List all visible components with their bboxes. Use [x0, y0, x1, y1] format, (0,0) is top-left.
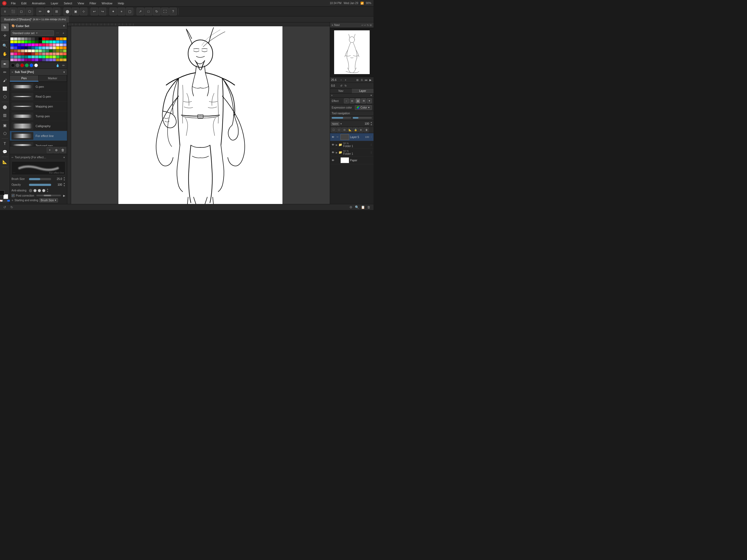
brush-item-real-g-pen[interactable]: Real G-pen: [10, 92, 67, 101]
color-swatch-64[interactable]: [10, 50, 14, 52]
menu-filter[interactable]: Filter: [88, 1, 97, 5]
color-swatch-89[interactable]: [42, 52, 45, 55]
color-swatch-95[interactable]: [63, 52, 67, 55]
aa-none[interactable]: [29, 189, 32, 192]
color-swatch-84[interactable]: [25, 52, 28, 55]
color-swatch-56[interactable]: [38, 47, 42, 49]
nav-ctrl-4[interactable]: ⊞: [370, 24, 372, 27]
color-swatch-104[interactable]: [38, 55, 42, 58]
color-swatch-93[interactable]: [56, 52, 59, 55]
select-btn[interactable]: ⬣: [45, 8, 52, 15]
color-swatch-114[interactable]: [18, 58, 21, 61]
color-swatch-20[interactable]: [25, 41, 28, 43]
color-swatch-11[interactable]: [49, 37, 52, 40]
color-swatch-50[interactable]: [18, 47, 21, 49]
status-right-1[interactable]: ⚙: [349, 205, 353, 210]
color-swatch-120[interactable]: [38, 58, 42, 61]
color-swatch-121[interactable]: [42, 58, 45, 61]
color-swatch-42[interactable]: [46, 44, 49, 46]
layer-item-5[interactable]: 👁 ✏ Layer 5 100 ⋮: [330, 133, 374, 141]
menu-view[interactable]: View: [77, 1, 85, 5]
expression-color-btn[interactable]: Color ▼: [355, 105, 372, 110]
color-swatch-126[interactable]: [60, 58, 63, 61]
folder-2-options[interactable]: ⋮: [370, 151, 372, 154]
color-swatch-17[interactable]: [14, 41, 17, 43]
folder-2-visibility[interactable]: 👁: [331, 151, 335, 154]
color-swatch-47[interactable]: [63, 44, 67, 46]
color-swatch-16[interactable]: [10, 41, 14, 43]
add-mask-btn[interactable]: ⊟: [342, 127, 347, 132]
color-swatch-80[interactable]: [10, 52, 14, 55]
zoom-rect-btn[interactable]: □: [145, 8, 152, 15]
layer-folder-2[interactable]: 👁 ▶ 📁 50 % Folder 1 ⋮: [330, 149, 374, 156]
brush-delete-btn[interactable]: 🗑: [60, 147, 66, 153]
post-correction-slider[interactable]: [36, 195, 61, 196]
color-swatch-9[interactable]: [42, 37, 45, 40]
color-swatch-87[interactable]: [35, 52, 38, 55]
zoom-minus-icon[interactable]: −: [339, 78, 343, 82]
swap-color-btn[interactable]: [3, 200, 7, 202]
color-swatch-8[interactable]: [38, 37, 42, 40]
color-swatch-81[interactable]: [14, 52, 17, 55]
color-swatch-99[interactable]: [21, 55, 24, 58]
zoom-next-icon[interactable]: ▶: [368, 78, 372, 82]
status-icon-2[interactable]: ↻: [9, 205, 14, 210]
grid-btn[interactable]: ✦: [109, 8, 117, 15]
menu-window[interactable]: Window: [101, 1, 113, 5]
nav-ctrl-3[interactable]: ↻: [367, 24, 369, 27]
color-swatch-96[interactable]: [10, 55, 14, 58]
zoom-select-btn[interactable]: ↗: [136, 8, 144, 15]
menu-file[interactable]: File: [10, 1, 17, 5]
color-swatch-12[interactable]: [53, 37, 56, 40]
color-swatch-92[interactable]: [53, 52, 56, 55]
color-set-collapse[interactable]: ▼: [62, 24, 66, 27]
color-swatch-91[interactable]: [49, 52, 52, 55]
color-swatch-110[interactable]: [60, 55, 63, 58]
folder-2-expand[interactable]: ▶: [336, 151, 338, 154]
aa-level1[interactable]: [33, 189, 36, 192]
color-swatch-124[interactable]: [53, 58, 56, 61]
color-swatch-122[interactable]: [46, 58, 49, 61]
layer-merge-btn[interactable]: ⊕: [358, 127, 363, 132]
color-swatch-123[interactable]: [49, 58, 52, 61]
layer-mode-dropdown[interactable]: ▼: [340, 123, 342, 125]
color-swatch-63[interactable]: [63, 47, 67, 49]
tool-blend[interactable]: ⬡: [1, 93, 9, 101]
color-swatch-26[interactable]: [46, 41, 49, 43]
color-swatch-29[interactable]: [56, 41, 59, 43]
blue-dot[interactable]: [29, 63, 33, 67]
color-swatch-101[interactable]: [28, 55, 31, 58]
brush-item-calligraphy[interactable]: Calligraphy: [10, 121, 67, 131]
color-swatch-4[interactable]: [25, 37, 28, 40]
brush-add-btn[interactable]: +: [47, 147, 53, 153]
tool-pencil[interactable]: ✏: [1, 68, 9, 76]
tool-ruler[interactable]: 📐: [1, 158, 9, 166]
folder-1-expand[interactable]: ▶: [336, 144, 338, 146]
layer-folder-1[interactable]: 👁 ▶ 📁 50 % Folder 1 ⋮: [330, 141, 374, 149]
aa-level2[interactable]: [38, 189, 41, 192]
post-correction-checkbox[interactable]: [11, 194, 15, 197]
tool-eraser[interactable]: ⬜: [1, 85, 9, 93]
color-swatch-108[interactable]: [53, 55, 56, 58]
nav-expand-icon[interactable]: ≡: [332, 24, 333, 27]
fullscreen-btn[interactable]: ⛶: [161, 8, 169, 15]
color-swatch-62[interactable]: [60, 47, 63, 49]
color-swatch-2[interactable]: [18, 37, 21, 40]
color-swatch-48[interactable]: [10, 47, 14, 49]
effect-icon-2[interactable]: ⊞: [350, 98, 355, 103]
menu-animation[interactable]: Animation: [31, 1, 47, 5]
rotate-btn[interactable]: ↻: [153, 8, 160, 15]
color-swatch-6[interactable]: [31, 37, 35, 40]
pen-tool-btn[interactable]: ✏: [36, 8, 44, 15]
color-swatch-97[interactable]: [14, 55, 17, 58]
color-swatch-105[interactable]: [42, 55, 45, 58]
ruler-btn[interactable]: ⌖: [118, 8, 125, 15]
color-swatch-118[interactable]: [31, 58, 35, 61]
color-swatch-74[interactable]: [46, 50, 49, 52]
color-swatch-15[interactable]: [63, 37, 67, 40]
color-swatch-53[interactable]: [28, 47, 31, 49]
open-btn[interactable]: ⬛: [9, 8, 17, 15]
color-swatch-100[interactable]: [25, 55, 28, 58]
rotate-left-icon[interactable]: ↺: [339, 84, 343, 87]
eyedrop-icon[interactable]: 💧: [55, 63, 60, 68]
